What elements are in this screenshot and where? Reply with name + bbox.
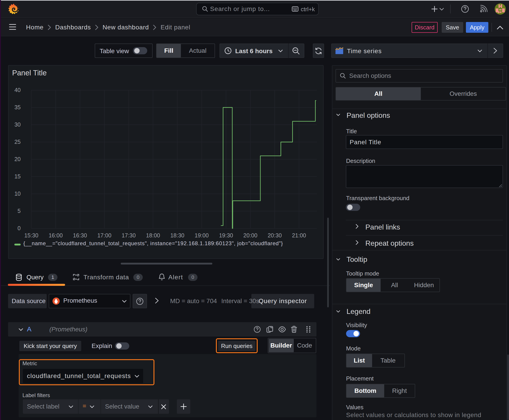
svg-text:19:30: 19:30 — [219, 232, 233, 239]
svg-text:40: 40 — [14, 87, 21, 93]
svg-text:15:30: 15:30 — [24, 232, 38, 239]
svg-text:5: 5 — [17, 208, 21, 214]
svg-text:25: 25 — [14, 139, 21, 145]
svg-text:16:00: 16:00 — [49, 232, 63, 239]
svg-text:10: 10 — [14, 190, 21, 197]
svg-text:18:00: 18:00 — [146, 232, 160, 239]
svg-text:21:00: 21:00 — [292, 232, 306, 239]
svg-text:20:00: 20:00 — [243, 232, 258, 239]
svg-text:20: 20 — [14, 156, 21, 162]
svg-text:15: 15 — [14, 173, 21, 180]
svg-text:16:30: 16:30 — [73, 232, 87, 239]
svg-text:30: 30 — [14, 121, 21, 128]
svg-text:20:30: 20:30 — [268, 232, 282, 239]
svg-text:18:30: 18:30 — [170, 232, 184, 239]
svg-text:0: 0 — [17, 225, 21, 231]
svg-text:17:00: 17:00 — [97, 232, 112, 239]
svg-text:17:30: 17:30 — [122, 232, 136, 239]
svg-text:19:00: 19:00 — [195, 232, 209, 239]
svg-text:35: 35 — [14, 104, 21, 110]
